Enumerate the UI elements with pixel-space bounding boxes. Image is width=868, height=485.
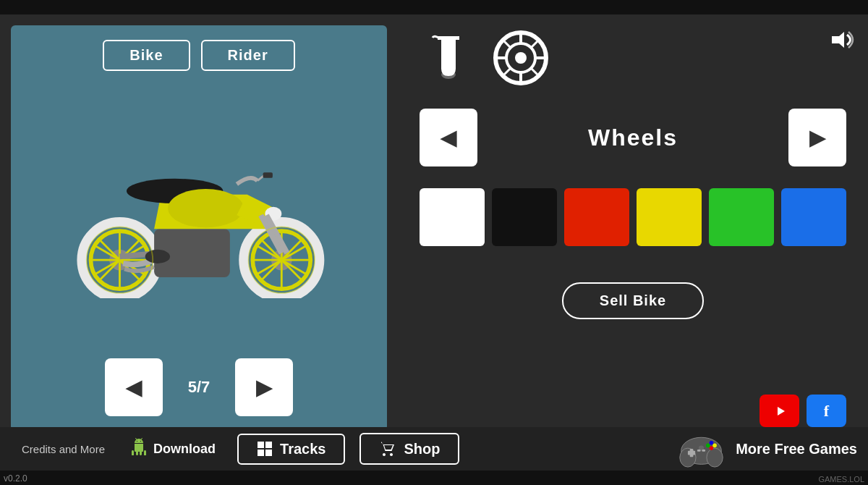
sell-bike-button[interactable]: Sell Bike	[562, 282, 704, 319]
wheels-selector: ◀ Wheels ▶	[420, 109, 846, 166]
color-white[interactable]	[420, 188, 485, 246]
svg-marker-46	[778, 407, 785, 416]
paint-bucket-icon[interactable]	[420, 29, 477, 87]
svg-rect-47	[258, 442, 264, 448]
svg-point-56	[710, 446, 714, 450]
svg-rect-50	[265, 450, 272, 456]
svg-point-36	[515, 52, 527, 64]
sell-bike-container: Sell Bike	[420, 282, 846, 334]
games-lol-text: GAMES.LOL	[818, 475, 864, 484]
prev-bike-button[interactable]: ◀	[105, 358, 163, 416]
android-icon	[130, 438, 148, 460]
bike-nav: ◀ 5/7 ▶	[105, 358, 293, 416]
svg-point-53	[707, 448, 723, 467]
color-black[interactable]	[492, 188, 557, 246]
svg-point-29	[145, 249, 170, 263]
svg-rect-32	[441, 36, 456, 42]
svg-point-58	[706, 443, 710, 447]
bike-display	[25, 85, 373, 351]
top-bar	[0, 0, 868, 14]
youtube-button[interactable]	[760, 395, 799, 427]
color-red[interactable]	[564, 188, 629, 246]
svg-marker-45	[832, 32, 844, 48]
svg-line-44	[503, 69, 510, 76]
right-panel: ◀ Wheels ▶ Sell Bike f	[398, 14, 868, 442]
credits-button[interactable]: Credits and More	[11, 443, 116, 455]
sound-icon[interactable]	[828, 29, 857, 54]
more-games-button[interactable]: More Free Games	[678, 429, 857, 469]
left-panel: Bike Rider	[11, 25, 387, 431]
tracks-button[interactable]: Tracks	[237, 434, 345, 465]
bike-tab[interactable]: Bike	[103, 40, 190, 71]
wheel-icon[interactable]	[492, 29, 550, 87]
shop-label: Shop	[404, 441, 440, 457]
svg-rect-49	[258, 450, 264, 456]
bottom-nav: Credits and More Download Tracks Shop	[0, 427, 868, 471]
prev-wheel-button[interactable]: ◀	[420, 109, 477, 166]
bike-counter: 5/7	[177, 378, 221, 397]
rider-tab[interactable]: Rider	[201, 40, 295, 71]
customize-icons-row	[420, 29, 846, 87]
color-yellow[interactable]	[637, 188, 702, 246]
bottom-status-bar: v0.2.0 GAMES.LOL	[0, 471, 868, 485]
shop-icon	[379, 440, 396, 457]
svg-line-42	[532, 69, 539, 76]
color-green[interactable]	[709, 188, 774, 246]
more-games-label: More Free Games	[736, 441, 857, 457]
bike-image	[54, 139, 344, 298]
shop-button[interactable]: Shop	[359, 433, 459, 465]
svg-point-59	[710, 440, 714, 444]
svg-line-43	[532, 40, 539, 47]
svg-rect-48	[265, 442, 272, 448]
version-text: v0.2.0	[4, 473, 27, 484]
download-button[interactable]: Download	[116, 438, 230, 460]
gamepad-icon	[678, 429, 725, 469]
wheels-label: Wheels	[488, 125, 778, 151]
next-wheel-button[interactable]: ▶	[788, 109, 846, 166]
svg-rect-61	[697, 449, 701, 451]
svg-point-33	[441, 70, 456, 79]
svg-point-21	[168, 189, 244, 227]
svg-rect-28	[263, 172, 273, 178]
tracks-label: Tracks	[280, 441, 326, 457]
facebook-button[interactable]: f	[807, 395, 846, 427]
color-blue[interactable]	[781, 188, 846, 246]
next-bike-button[interactable]: ▶	[235, 358, 293, 416]
tab-buttons: Bike Rider	[103, 40, 294, 71]
main-content: Bike Rider	[0, 14, 868, 442]
download-label: Download	[153, 442, 216, 457]
tracks-icon	[257, 441, 273, 457]
svg-rect-62	[702, 449, 706, 451]
svg-point-57	[712, 443, 717, 447]
svg-rect-55	[688, 450, 695, 455]
svg-line-41	[503, 40, 510, 47]
social-icons: f	[760, 395, 846, 427]
color-swatches	[420, 188, 846, 246]
